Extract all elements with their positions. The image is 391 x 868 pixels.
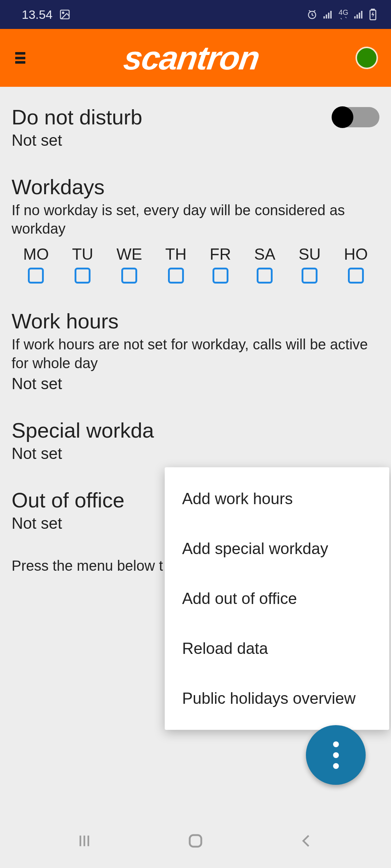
status-bar: 13.54 4G <box>0 0 391 29</box>
workhours-desc: If work hours are not set for workday, c… <box>12 335 379 372</box>
battery-charging-icon <box>369 9 377 20</box>
day-checkbox-sa[interactable] <box>257 268 273 284</box>
day-tu: TU <box>72 245 93 284</box>
day-label: SU <box>299 245 321 263</box>
presence-indicator[interactable] <box>356 47 378 69</box>
dots-vertical-icon <box>333 763 339 769</box>
status-right: 4G <box>307 9 377 20</box>
day-checkbox-tu[interactable] <box>75 268 91 284</box>
day-sa: SA <box>254 245 276 284</box>
app-bar: scantron <box>0 29 391 87</box>
day-label: WE <box>117 245 142 263</box>
day-ho: HO <box>344 245 368 284</box>
day-th: TH <box>165 245 187 284</box>
svg-rect-5 <box>328 13 329 18</box>
nav-home-button[interactable] <box>185 830 206 852</box>
svg-rect-4 <box>326 14 327 18</box>
menu-button[interactable] <box>13 51 28 65</box>
special-title: Special workda <box>12 418 379 442</box>
dnd-value: Not set <box>12 131 142 149</box>
svg-rect-9 <box>359 13 360 18</box>
day-su: SU <box>299 245 321 284</box>
workdays-title: Workdays <box>12 175 379 199</box>
svg-point-1 <box>62 12 64 13</box>
day-label: TU <box>72 245 93 263</box>
day-checkbox-su[interactable] <box>302 268 318 284</box>
actions-popup: Add work hours Add special workday Add o… <box>165 467 389 730</box>
svg-rect-3 <box>324 16 325 18</box>
day-checkbox-th[interactable] <box>168 268 184 284</box>
network-type: 4G <box>339 9 348 20</box>
day-label: MO <box>23 245 49 263</box>
svg-rect-8 <box>357 14 358 18</box>
workdays-section: Workdays If no workday is set, every day… <box>12 175 379 284</box>
svg-rect-12 <box>371 9 374 10</box>
status-time: 13.54 <box>22 8 52 22</box>
day-checkbox-fr[interactable] <box>213 268 228 284</box>
day-label: FR <box>210 245 231 263</box>
day-we: WE <box>117 245 142 284</box>
dots-vertical-icon <box>333 752 339 758</box>
day-checkbox-we[interactable] <box>121 268 137 284</box>
dnd-title: Do not disturb <box>12 105 142 129</box>
menu-add-special-workday[interactable]: Add special workday <box>165 524 389 574</box>
status-left: 13.54 <box>22 8 71 22</box>
signal-icon-2 <box>353 9 364 20</box>
nav-back-button[interactable] <box>296 830 318 852</box>
workhours-section: Work hours If work hours are not set for… <box>12 309 379 392</box>
workdays-desc: If no workday is set, every day will be … <box>12 201 379 238</box>
menu-add-out-of-office[interactable]: Add out of office <box>165 574 389 624</box>
svg-rect-10 <box>361 11 362 18</box>
brand-logo: scantron <box>25 39 358 77</box>
dnd-section: Do not disturb Not set <box>12 105 379 149</box>
svg-rect-6 <box>331 11 332 18</box>
day-checkbox-mo[interactable] <box>28 268 44 284</box>
menu-reload-data[interactable]: Reload data <box>165 624 389 673</box>
picture-icon <box>59 9 71 20</box>
menu-add-work-hours[interactable]: Add work hours <box>165 474 389 524</box>
nav-recents-button[interactable] <box>73 830 95 852</box>
signal-icon <box>323 9 333 20</box>
svg-rect-7 <box>354 16 356 18</box>
day-mo: MO <box>23 245 49 284</box>
workhours-value: Not set <box>12 375 379 393</box>
dnd-toggle[interactable] <box>332 107 379 127</box>
special-value: Not set <box>12 444 379 463</box>
special-workday-section: Special workda Not set <box>12 418 379 463</box>
svg-rect-16 <box>190 835 201 847</box>
menu-public-holidays[interactable]: Public holidays overview <box>165 673 389 723</box>
day-label: TH <box>165 245 187 263</box>
fab-more-button[interactable] <box>306 725 366 785</box>
day-label: HO <box>344 245 368 263</box>
workdays-row: MO TU WE TH FR SA <box>12 245 379 284</box>
day-checkbox-ho[interactable] <box>348 268 364 284</box>
system-nav-bar <box>0 821 391 868</box>
day-fr: FR <box>210 245 231 284</box>
workhours-title: Work hours <box>12 309 379 333</box>
dots-vertical-icon <box>333 741 339 747</box>
day-label: SA <box>254 245 276 263</box>
alarm-icon <box>307 9 318 20</box>
